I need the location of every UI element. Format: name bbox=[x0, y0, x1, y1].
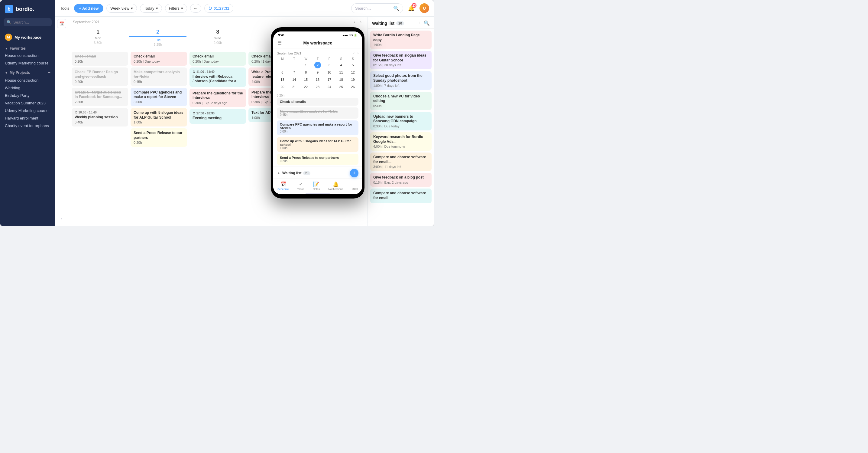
cal-cell[interactable]: 15 bbox=[303, 76, 309, 83]
sidebar-item-birthday-party[interactable]: Birthday Party bbox=[0, 92, 55, 99]
add-project-button[interactable]: + bbox=[48, 70, 51, 75]
cal-cell[interactable]: 7 bbox=[291, 69, 298, 76]
phone-cal-next[interactable]: › bbox=[357, 51, 359, 55]
phone-nav-tasks[interactable]: ✓ Tasks bbox=[298, 181, 304, 191]
event-card[interactable]: Check email 0:20h | Due today bbox=[189, 52, 246, 66]
phone-nav-more[interactable]: ··· More bbox=[351, 181, 358, 191]
cal-cell[interactable]: 22 bbox=[303, 84, 309, 90]
event-card[interactable]: Check email 0:20h | Due today bbox=[130, 52, 187, 66]
phone-nav-notifications[interactable]: 🔔 Notifications bbox=[328, 181, 343, 191]
cal-cell[interactable]: 17 bbox=[326, 76, 333, 83]
sidebar-item-wedding[interactable]: Wedding bbox=[0, 84, 55, 92]
cal-cell[interactable]: 14 bbox=[291, 76, 298, 83]
calendar-icon[interactable]: 📅 bbox=[57, 19, 66, 28]
list-item[interactable]: Give feedback on slogan ideas for Guitar… bbox=[370, 51, 432, 69]
add-new-button[interactable]: + Add new bbox=[74, 4, 103, 13]
phone-event[interactable]: Check all emails bbox=[277, 98, 359, 106]
list-item[interactable]: Choose a new PC for video editing 0:30h bbox=[370, 92, 432, 110]
prev-week-button[interactable]: ‹ bbox=[353, 19, 356, 25]
event-time: 0:20h | Due today bbox=[133, 60, 184, 63]
sidebar-search-input[interactable] bbox=[13, 20, 49, 25]
event-card[interactable]: ⏱ 17:00 - 18:30 Evening meeting bbox=[189, 109, 246, 124]
list-item[interactable]: Give feedback on a blog post 0:15h | Exp… bbox=[370, 173, 432, 187]
list-item[interactable]: Write Bordio Landing Page copy 1:00h bbox=[370, 31, 432, 49]
phone-nav-notes[interactable]: 📝 Notes bbox=[313, 181, 320, 191]
cal-cell[interactable]: 26 bbox=[350, 84, 356, 90]
phone-event[interactable]: Make competitors analysis for Nokia 0:45… bbox=[277, 107, 359, 119]
my-projects-section[interactable]: ▼ My Projects + bbox=[0, 67, 55, 77]
today-button[interactable]: Today ▾ bbox=[140, 4, 162, 13]
phone-cal-prev[interactable]: ‹ bbox=[353, 51, 354, 55]
workspace-label: My workspace bbox=[14, 35, 41, 40]
phone-event[interactable]: Come up with 5 slogans ideas for ALP Gui… bbox=[277, 137, 359, 152]
cal-cell[interactable]: 6 bbox=[279, 69, 286, 76]
search-input[interactable] bbox=[355, 6, 392, 10]
cal-cell[interactable]: 16 bbox=[314, 76, 321, 83]
notifications-button[interactable]: 🔔 23 bbox=[406, 3, 416, 13]
phone-fab-button[interactable]: + bbox=[350, 169, 359, 177]
event-card[interactable]: Send a Press Release to our partners 0:2… bbox=[130, 128, 187, 147]
my-workspace-item[interactable]: M My workspace bbox=[0, 31, 55, 43]
cal-cell[interactable] bbox=[291, 62, 298, 68]
cal-cell[interactable]: 12 bbox=[350, 69, 356, 76]
search-waiting-button[interactable]: 🔍 bbox=[424, 20, 430, 26]
event-card[interactable]: ⏱ 11:00 - 11:40 Interview with Rebecca J… bbox=[189, 67, 246, 87]
cal-cell[interactable]: 20 bbox=[279, 84, 286, 90]
cal-cell[interactable]: 1 bbox=[303, 62, 309, 68]
cal-cell[interactable]: 8 bbox=[303, 69, 309, 76]
sidebar-item-charity[interactable]: Charity event for orphans bbox=[0, 122, 55, 130]
sidebar-item-harvard[interactable]: Harvard enrollment bbox=[0, 114, 55, 122]
event-card[interactable]: Prepare the questions for the interviews… bbox=[189, 89, 246, 107]
phone-nav-schedule[interactable]: 📅 Schedule bbox=[277, 181, 289, 191]
cal-cell[interactable]: 25 bbox=[338, 84, 345, 90]
cal-cell[interactable]: 21 bbox=[291, 84, 298, 90]
cal-cell[interactable]: 18 bbox=[338, 76, 345, 83]
cal-cell[interactable]: 19 bbox=[350, 76, 356, 83]
sidebar-item-udemy-marketing[interactable]: Udemy Marketing course bbox=[0, 59, 55, 67]
phone-event[interactable]: Send a Press Release to our partners 0:2… bbox=[277, 154, 359, 165]
cal-cell[interactable]: 4 bbox=[338, 62, 345, 68]
sidebar-item-udemy-2[interactable]: Udemy Marketing course bbox=[0, 107, 55, 114]
hamburger-icon[interactable]: ☰ bbox=[277, 40, 282, 46]
cal-cell[interactable]: 10 bbox=[326, 69, 333, 76]
cal-cell[interactable]: 23 bbox=[314, 84, 321, 90]
cal-cell[interactable]: 5 bbox=[350, 62, 356, 68]
event-card[interactable]: Create 5+ target audiences in Facebook f… bbox=[72, 88, 128, 106]
week-view-button[interactable]: Week view ▾ bbox=[106, 4, 137, 13]
event-card[interactable]: ⏱ 10:00 - 10:40 Weekly planning session … bbox=[72, 108, 128, 126]
cal-cell[interactable]: 11 bbox=[338, 69, 345, 76]
filters-button[interactable]: Filters ▾ bbox=[165, 4, 187, 13]
list-item[interactable]: Compare and choose software for email bbox=[370, 189, 432, 203]
list-item[interactable]: Compare and choose software for email...… bbox=[370, 152, 432, 171]
event-card[interactable]: Come up with 5 slogan ideas for ALP Guit… bbox=[130, 108, 187, 126]
timer-value: 01:27:31 bbox=[214, 6, 229, 10]
sidebar-item-house-construction[interactable]: House construction bbox=[0, 52, 55, 59]
phone-event[interactable]: Compare PPC agencies and make a report f… bbox=[277, 120, 359, 135]
event-card[interactable]: Make competitors analysis for Nokia 0:45… bbox=[130, 67, 187, 86]
cal-cell[interactable]: 13 bbox=[279, 76, 286, 83]
collapse-sidebar-button[interactable]: › bbox=[59, 216, 65, 222]
phone-event-time: 0:45h bbox=[280, 113, 355, 116]
event-card[interactable]: Check email 0:20h bbox=[72, 52, 128, 66]
list-item[interactable]: Upload new banners to Samsung GDN campai… bbox=[370, 112, 432, 131]
cal-cell[interactable] bbox=[279, 62, 286, 68]
more-icon[interactable]: ··· bbox=[354, 40, 358, 46]
wl-item-title: Give feedback on a blog post bbox=[373, 175, 429, 180]
next-week-button[interactable]: › bbox=[359, 19, 363, 25]
user-avatar[interactable]: U bbox=[420, 3, 429, 13]
search-bar[interactable]: 🔍 bbox=[351, 3, 403, 13]
cal-cell[interactable]: 24 bbox=[326, 84, 333, 90]
event-card[interactable]: Compare PPC agencies and make a report f… bbox=[130, 88, 187, 106]
cal-cell[interactable]: 3 bbox=[326, 62, 333, 68]
favorites-section[interactable]: ▼ Favorites bbox=[0, 43, 55, 52]
add-waiting-button[interactable]: + bbox=[418, 20, 421, 26]
list-item[interactable]: Keyword research for Bordio Google Ads..… bbox=[370, 132, 432, 151]
cal-cell-today[interactable]: 2 bbox=[314, 62, 321, 68]
sidebar-search[interactable]: 🔍 bbox=[4, 18, 52, 26]
sidebar-item-vacation[interactable]: Vacation Summer 2023 bbox=[0, 99, 55, 107]
list-item[interactable]: Select good photos from the Sunday photo… bbox=[370, 71, 432, 90]
more-button[interactable]: ··· bbox=[190, 4, 201, 13]
cal-cell[interactable]: 9 bbox=[314, 69, 321, 76]
event-card[interactable]: Check FB Banner Design and give feedback… bbox=[72, 67, 128, 86]
sidebar-item-house-construction-2[interactable]: House construction bbox=[0, 77, 55, 84]
